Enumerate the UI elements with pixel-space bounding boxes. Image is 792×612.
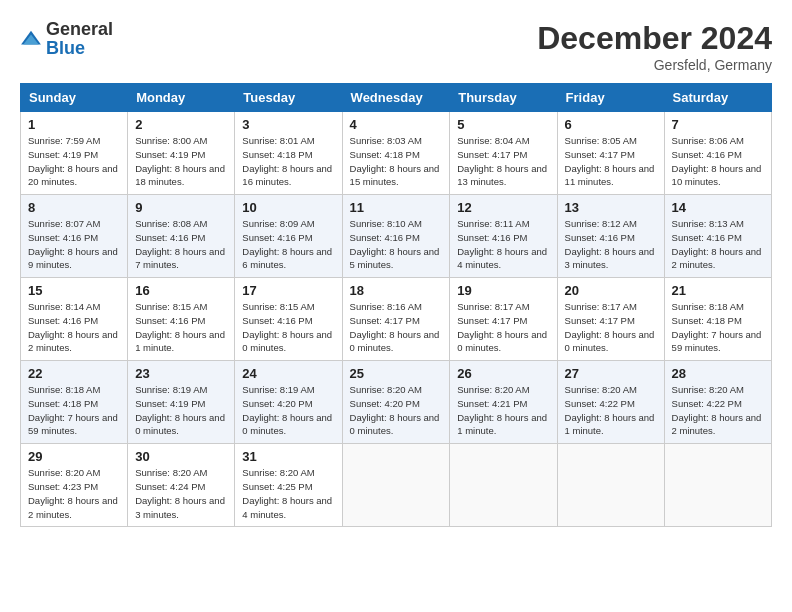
day-detail: Sunrise: 8:17 AM Sunset: 4:17 PM Dayligh… bbox=[565, 300, 657, 355]
calendar-cell: 23Sunrise: 8:19 AM Sunset: 4:19 PM Dayli… bbox=[128, 361, 235, 444]
calendar-cell: 11Sunrise: 8:10 AM Sunset: 4:16 PM Dayli… bbox=[342, 195, 450, 278]
day-of-week-header: Wednesday bbox=[342, 84, 450, 112]
calendar-cell: 22Sunrise: 8:18 AM Sunset: 4:18 PM Dayli… bbox=[21, 361, 128, 444]
day-number: 6 bbox=[565, 117, 657, 132]
calendar-cell: 13Sunrise: 8:12 AM Sunset: 4:16 PM Dayli… bbox=[557, 195, 664, 278]
day-number: 23 bbox=[135, 366, 227, 381]
day-number: 21 bbox=[672, 283, 764, 298]
day-number: 19 bbox=[457, 283, 549, 298]
day-detail: Sunrise: 8:11 AM Sunset: 4:16 PM Dayligh… bbox=[457, 217, 549, 272]
calendar-cell: 8Sunrise: 8:07 AM Sunset: 4:16 PM Daylig… bbox=[21, 195, 128, 278]
day-number: 20 bbox=[565, 283, 657, 298]
calendar-week-row: 22Sunrise: 8:18 AM Sunset: 4:18 PM Dayli… bbox=[21, 361, 772, 444]
day-detail: Sunrise: 8:20 AM Sunset: 4:24 PM Dayligh… bbox=[135, 466, 227, 521]
calendar-table: SundayMondayTuesdayWednesdayThursdayFrid… bbox=[20, 83, 772, 527]
day-detail: Sunrise: 8:19 AM Sunset: 4:20 PM Dayligh… bbox=[242, 383, 334, 438]
day-detail: Sunrise: 8:20 AM Sunset: 4:21 PM Dayligh… bbox=[457, 383, 549, 438]
calendar-cell: 5Sunrise: 8:04 AM Sunset: 4:17 PM Daylig… bbox=[450, 112, 557, 195]
calendar-cell: 26Sunrise: 8:20 AM Sunset: 4:21 PM Dayli… bbox=[450, 361, 557, 444]
calendar-cell bbox=[450, 444, 557, 527]
calendar-cell: 14Sunrise: 8:13 AM Sunset: 4:16 PM Dayli… bbox=[664, 195, 771, 278]
calendar-cell bbox=[557, 444, 664, 527]
calendar-cell: 19Sunrise: 8:17 AM Sunset: 4:17 PM Dayli… bbox=[450, 278, 557, 361]
day-detail: Sunrise: 8:20 AM Sunset: 4:22 PM Dayligh… bbox=[565, 383, 657, 438]
day-detail: Sunrise: 8:09 AM Sunset: 4:16 PM Dayligh… bbox=[242, 217, 334, 272]
calendar-week-row: 1Sunrise: 7:59 AM Sunset: 4:19 PM Daylig… bbox=[21, 112, 772, 195]
calendar-cell: 10Sunrise: 8:09 AM Sunset: 4:16 PM Dayli… bbox=[235, 195, 342, 278]
calendar-cell: 15Sunrise: 8:14 AM Sunset: 4:16 PM Dayli… bbox=[21, 278, 128, 361]
day-detail: Sunrise: 8:08 AM Sunset: 4:16 PM Dayligh… bbox=[135, 217, 227, 272]
day-detail: Sunrise: 8:07 AM Sunset: 4:16 PM Dayligh… bbox=[28, 217, 120, 272]
day-number: 16 bbox=[135, 283, 227, 298]
day-detail: Sunrise: 8:10 AM Sunset: 4:16 PM Dayligh… bbox=[350, 217, 443, 272]
day-number: 13 bbox=[565, 200, 657, 215]
day-detail: Sunrise: 8:16 AM Sunset: 4:17 PM Dayligh… bbox=[350, 300, 443, 355]
day-detail: Sunrise: 8:00 AM Sunset: 4:19 PM Dayligh… bbox=[135, 134, 227, 189]
day-detail: Sunrise: 8:20 AM Sunset: 4:20 PM Dayligh… bbox=[350, 383, 443, 438]
header: General Blue December 2024 Gersfeld, Ger… bbox=[20, 20, 772, 73]
calendar-header-row: SundayMondayTuesdayWednesdayThursdayFrid… bbox=[21, 84, 772, 112]
day-number: 14 bbox=[672, 200, 764, 215]
calendar-cell: 4Sunrise: 8:03 AM Sunset: 4:18 PM Daylig… bbox=[342, 112, 450, 195]
calendar-week-row: 15Sunrise: 8:14 AM Sunset: 4:16 PM Dayli… bbox=[21, 278, 772, 361]
calendar-cell: 2Sunrise: 8:00 AM Sunset: 4:19 PM Daylig… bbox=[128, 112, 235, 195]
calendar-cell: 24Sunrise: 8:19 AM Sunset: 4:20 PM Dayli… bbox=[235, 361, 342, 444]
day-number: 9 bbox=[135, 200, 227, 215]
day-detail: Sunrise: 8:01 AM Sunset: 4:18 PM Dayligh… bbox=[242, 134, 334, 189]
day-number: 2 bbox=[135, 117, 227, 132]
day-detail: Sunrise: 8:19 AM Sunset: 4:19 PM Dayligh… bbox=[135, 383, 227, 438]
calendar-cell bbox=[664, 444, 771, 527]
day-number: 26 bbox=[457, 366, 549, 381]
logo-icon bbox=[20, 28, 42, 50]
calendar-week-row: 8Sunrise: 8:07 AM Sunset: 4:16 PM Daylig… bbox=[21, 195, 772, 278]
day-number: 5 bbox=[457, 117, 549, 132]
day-detail: Sunrise: 8:18 AM Sunset: 4:18 PM Dayligh… bbox=[28, 383, 120, 438]
day-number: 28 bbox=[672, 366, 764, 381]
calendar-cell: 16Sunrise: 8:15 AM Sunset: 4:16 PM Dayli… bbox=[128, 278, 235, 361]
day-detail: Sunrise: 8:15 AM Sunset: 4:16 PM Dayligh… bbox=[242, 300, 334, 355]
month-title: December 2024 bbox=[537, 20, 772, 57]
day-number: 1 bbox=[28, 117, 120, 132]
calendar-cell: 31Sunrise: 8:20 AM Sunset: 4:25 PM Dayli… bbox=[235, 444, 342, 527]
day-detail: Sunrise: 8:18 AM Sunset: 4:18 PM Dayligh… bbox=[672, 300, 764, 355]
calendar-cell: 21Sunrise: 8:18 AM Sunset: 4:18 PM Dayli… bbox=[664, 278, 771, 361]
day-number: 24 bbox=[242, 366, 334, 381]
day-number: 8 bbox=[28, 200, 120, 215]
calendar-cell: 7Sunrise: 8:06 AM Sunset: 4:16 PM Daylig… bbox=[664, 112, 771, 195]
title-area: December 2024 Gersfeld, Germany bbox=[537, 20, 772, 73]
day-number: 3 bbox=[242, 117, 334, 132]
day-number: 15 bbox=[28, 283, 120, 298]
logo-general-text: General bbox=[46, 19, 113, 39]
day-detail: Sunrise: 8:04 AM Sunset: 4:17 PM Dayligh… bbox=[457, 134, 549, 189]
calendar-body: 1Sunrise: 7:59 AM Sunset: 4:19 PM Daylig… bbox=[21, 112, 772, 527]
day-of-week-header: Monday bbox=[128, 84, 235, 112]
day-of-week-header: Sunday bbox=[21, 84, 128, 112]
day-number: 7 bbox=[672, 117, 764, 132]
day-number: 22 bbox=[28, 366, 120, 381]
day-detail: Sunrise: 8:06 AM Sunset: 4:16 PM Dayligh… bbox=[672, 134, 764, 189]
location-title: Gersfeld, Germany bbox=[537, 57, 772, 73]
calendar-cell: 9Sunrise: 8:08 AM Sunset: 4:16 PM Daylig… bbox=[128, 195, 235, 278]
day-of-week-header: Friday bbox=[557, 84, 664, 112]
day-detail: Sunrise: 8:20 AM Sunset: 4:23 PM Dayligh… bbox=[28, 466, 120, 521]
calendar-cell: 27Sunrise: 8:20 AM Sunset: 4:22 PM Dayli… bbox=[557, 361, 664, 444]
day-detail: Sunrise: 8:20 AM Sunset: 4:22 PM Dayligh… bbox=[672, 383, 764, 438]
day-number: 31 bbox=[242, 449, 334, 464]
calendar-cell: 29Sunrise: 8:20 AM Sunset: 4:23 PM Dayli… bbox=[21, 444, 128, 527]
day-of-week-header: Saturday bbox=[664, 84, 771, 112]
logo-blue-text: Blue bbox=[46, 38, 85, 58]
day-of-week-header: Thursday bbox=[450, 84, 557, 112]
logo: General Blue bbox=[20, 20, 113, 58]
day-detail: Sunrise: 8:13 AM Sunset: 4:16 PM Dayligh… bbox=[672, 217, 764, 272]
calendar-week-row: 29Sunrise: 8:20 AM Sunset: 4:23 PM Dayli… bbox=[21, 444, 772, 527]
day-number: 30 bbox=[135, 449, 227, 464]
day-detail: Sunrise: 8:17 AM Sunset: 4:17 PM Dayligh… bbox=[457, 300, 549, 355]
day-number: 29 bbox=[28, 449, 120, 464]
day-detail: Sunrise: 8:14 AM Sunset: 4:16 PM Dayligh… bbox=[28, 300, 120, 355]
calendar-cell: 25Sunrise: 8:20 AM Sunset: 4:20 PM Dayli… bbox=[342, 361, 450, 444]
calendar-cell bbox=[342, 444, 450, 527]
calendar-cell: 17Sunrise: 8:15 AM Sunset: 4:16 PM Dayli… bbox=[235, 278, 342, 361]
day-number: 25 bbox=[350, 366, 443, 381]
day-number: 17 bbox=[242, 283, 334, 298]
calendar-cell: 6Sunrise: 8:05 AM Sunset: 4:17 PM Daylig… bbox=[557, 112, 664, 195]
